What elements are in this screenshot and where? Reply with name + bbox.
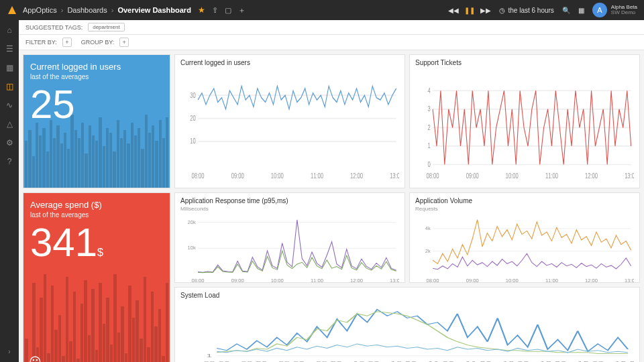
panel-title: Support Tickets (415, 59, 634, 66)
add-group-button[interactable]: + (119, 38, 129, 47)
svg-text:09:00: 09:00 (231, 171, 244, 180)
activity-icon[interactable]: ∿ (6, 101, 13, 110)
grid-icon[interactable]: ▦ (6, 63, 13, 72)
svg-text:1: 1 (428, 141, 431, 150)
svg-text:09:00: 09:00 (466, 278, 479, 283)
line-chart: 10k20k08:0009:0010:0011:0012:0013:00 (180, 215, 399, 283)
share-icon[interactable]: ⇪ (212, 6, 218, 15)
svg-text:12:00: 12:00 (585, 278, 598, 283)
svg-text:08:00: 08:00 (427, 171, 439, 180)
crumb-app[interactable]: AppOptics (23, 6, 57, 14)
svg-text:09:00: 09:00 (231, 278, 244, 283)
stat-title: Average spend ($) (30, 200, 163, 210)
search-icon[interactable]: 🔍 (562, 7, 570, 14)
time-range-label: the last 6 hours (508, 7, 553, 14)
user-org: SW Demo (611, 10, 637, 15)
user-text: Alpha Beta SW Demo (611, 5, 637, 15)
svg-text:3: 3 (428, 104, 431, 113)
stat-panel-users[interactable]: Current logged in users last of the aver… (23, 54, 170, 188)
svg-text:13:00: 13:00 (625, 278, 634, 283)
line-chart: 10203008:0009:0010:0011:0012:0013:00 (180, 68, 399, 180)
stat-value: 341$ (30, 223, 163, 263)
home-icon[interactable]: ⌂ (7, 25, 11, 35)
stat-unit: $ (97, 247, 103, 258)
panel-title: Application Volume (415, 197, 634, 204)
time-range-picker[interactable]: ◷ the last 6 hours (499, 7, 553, 14)
content: SUGGESTED TAGS: department FILTER BY: + … (19, 20, 644, 362)
panel-support-tickets[interactable]: Support Tickets 0123408:0009:0010:0011:0… (409, 54, 640, 188)
suggested-tags-bar: SUGGESTED TAGS: department (19, 20, 644, 35)
pause-icon[interactable]: ❚❚ (464, 7, 475, 14)
svg-text:13:00: 13:00 (390, 171, 399, 180)
stat-bars (23, 274, 170, 362)
add-icon[interactable]: ＋ (238, 5, 246, 15)
sidebar: ⌂ ☰ ▦ ◫ ∿ △ ⚙ ? › (0, 20, 19, 362)
svg-text:10:00: 10:00 (271, 171, 284, 180)
panel-title: Current logged in users (180, 59, 399, 66)
svg-text:20: 20 (190, 113, 196, 122)
svg-text:08:00: 08:00 (427, 278, 439, 283)
svg-text:11:00: 11:00 (545, 171, 558, 180)
clock-icon: ◷ (499, 7, 505, 14)
svg-text:13:00: 13:00 (390, 278, 399, 283)
stat-title: Current logged in users (30, 62, 163, 72)
panel-system-load[interactable]: System Load 108:0008:3009:0009:3010:0010… (174, 287, 640, 362)
panel-title: System Load (180, 292, 634, 299)
svg-text:4: 4 (428, 86, 431, 95)
svg-text:10: 10 (190, 137, 196, 145)
panel-subtitle: Requests (415, 206, 634, 212)
panel-response-time[interactable]: Application Response time (p95,ms) Milis… (174, 192, 405, 283)
list-icon[interactable]: ☰ (6, 44, 13, 54)
filter-by-label: FILTER BY: (25, 39, 57, 46)
line-chart: 0123408:0009:0010:0011:0012:0013:00 (415, 68, 634, 180)
svg-text:09:00: 09:00 (466, 171, 479, 180)
svg-text:20k: 20k (188, 219, 197, 225)
stat-panel-spend[interactable]: Average spend ($) last of the averages 3… (23, 192, 170, 362)
topbar: AppOptics › Dashboards › Overview Dashbo… (0, 0, 644, 20)
chevron-right-icon: › (61, 6, 64, 14)
sad-face-icon: ☹ (29, 355, 42, 362)
breadcrumb: AppOptics › Dashboards › Overview Dashbo… (23, 6, 191, 14)
group-by-label: GROUP BY: (81, 39, 114, 46)
svg-text:08:00: 08:00 (192, 278, 205, 283)
stat-bars (23, 115, 170, 188)
panel-title: Application Response time (p95,ms) (180, 197, 399, 204)
svg-text:1: 1 (207, 353, 213, 358)
tag-chip[interactable]: department (88, 23, 124, 32)
expand-sidebar-icon[interactable]: › (8, 348, 10, 355)
gear-icon[interactable]: ⚙ (6, 138, 13, 147)
forward-icon[interactable]: ▶▶ (480, 7, 491, 14)
svg-text:12:00: 12:00 (350, 278, 363, 283)
playback-controls: ◀◀ ❚❚ ▶▶ (448, 7, 491, 14)
dashboards-icon[interactable]: ◫ (6, 82, 13, 91)
user-menu[interactable]: A Alpha Beta SW Demo (592, 3, 637, 17)
crumb-current: Overview Dashboard (117, 6, 191, 14)
chevron-right-icon: › (111, 6, 114, 14)
svg-text:12:00: 12:00 (585, 171, 598, 180)
suggested-tags-label: SUGGESTED TAGS: (25, 24, 83, 31)
star-icon[interactable]: ★ (198, 5, 205, 15)
svg-text:4k: 4k (425, 225, 431, 231)
crumb-section[interactable]: Dashboards (67, 6, 107, 14)
panel-logged-users[interactable]: Current logged in users 10203008:0009:00… (174, 54, 405, 188)
rewind-icon[interactable]: ◀◀ (448, 7, 459, 14)
add-filter-button[interactable]: + (62, 38, 72, 47)
present-icon[interactable]: ▢ (225, 6, 231, 15)
filter-bar: FILTER BY: + GROUP BY: + (19, 35, 644, 50)
alerts-icon[interactable]: △ (7, 119, 13, 129)
help-icon[interactable]: ? (7, 157, 12, 166)
apps-icon[interactable]: ▦ (578, 7, 584, 14)
stat-subtitle: last of the averages (30, 73, 163, 80)
svg-text:10:00: 10:00 (506, 278, 519, 283)
dashboard-grid: Current logged in users last of the aver… (19, 50, 644, 362)
svg-text:10:00: 10:00 (271, 278, 284, 283)
line-chart: 2k4k08:0009:0010:0011:0012:0013:00 (415, 215, 634, 283)
topbar-right: ◀◀ ❚❚ ▶▶ ◷ the last 6 hours 🔍 ▦ A Alpha … (448, 3, 637, 17)
svg-text:08:00: 08:00 (192, 171, 205, 180)
svg-text:30: 30 (190, 90, 196, 99)
svg-text:2: 2 (428, 123, 431, 131)
stat-subtitle: last of the averages (30, 211, 163, 219)
svg-text:11:00: 11:00 (545, 278, 558, 283)
panel-app-volume[interactable]: Application Volume Requests 2k4k08:0009:… (409, 192, 640, 283)
svg-text:10:00: 10:00 (506, 171, 519, 180)
